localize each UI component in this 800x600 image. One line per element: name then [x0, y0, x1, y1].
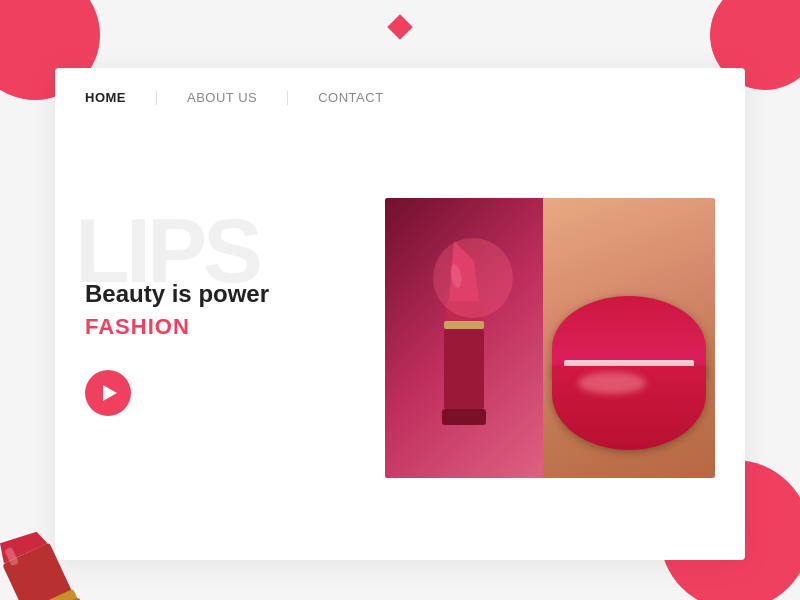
left-content: LIPS Beauty is power FASHION	[85, 260, 365, 416]
lips-highlight	[578, 372, 647, 394]
circle-accent	[433, 238, 513, 318]
image-composite	[385, 198, 715, 478]
play-button[interactable]	[85, 370, 131, 416]
hero-image	[385, 198, 715, 478]
content-area: LIPS Beauty is power FASHION	[55, 127, 745, 549]
main-card: HOME ABOUT US CONTACT LIPS Beauty is pow…	[55, 68, 745, 560]
nav-item-home[interactable]: HOME	[85, 90, 126, 105]
svg-rect-3	[444, 329, 484, 409]
navigation: HOME ABOUT US CONTACT	[55, 68, 745, 127]
nav-item-about[interactable]: ABOUT US	[187, 90, 257, 105]
play-icon	[103, 385, 117, 401]
panel-lipstick	[385, 198, 543, 478]
tagline-sub: FASHION	[85, 314, 365, 340]
svg-rect-2	[444, 321, 484, 329]
tagline: Beauty is power FASHION	[85, 280, 365, 340]
nav-item-contact[interactable]: CONTACT	[318, 90, 383, 105]
nav-separator-2	[287, 91, 288, 105]
svg-rect-4	[442, 409, 486, 425]
tagline-main: Beauty is power	[85, 280, 365, 308]
panel-lips	[543, 198, 715, 478]
nav-separator	[156, 91, 157, 105]
diamond-icon	[387, 14, 412, 39]
